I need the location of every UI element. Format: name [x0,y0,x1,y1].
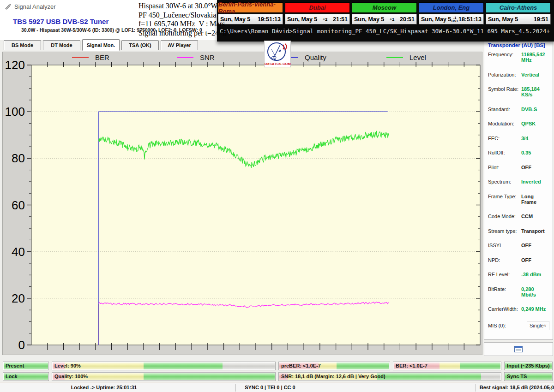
transponder-label: FEC: [488,136,521,141]
satellite-dish-icon [5,3,12,10]
dst-offset: -1DST [452,16,458,23]
transponder-label: Modulation: [488,121,521,126]
clock-date: Sun, May 5 [287,16,317,23]
transponder-value: OFF [521,243,531,248]
svg-text:40: 40 [12,245,25,259]
legend-label: Quality [305,53,326,61]
clock-utc-offset: -1DST [451,16,458,23]
transponder-row: Standard:DVB-S [488,107,549,112]
chevron-down-icon: ∨ [544,323,547,328]
svg-text:60: 60 [12,198,25,212]
mis-value: Single [530,323,544,328]
tab-signal-mon-[interactable]: Signal Mon. [82,39,120,51]
clock-city-label: Cairo-Athens [486,2,551,13]
signal-chart: 020406080100120 [3,52,483,356]
transponder-value: -38 dBm [521,272,541,277]
clock-hms: 20:51 [400,16,415,23]
meter-preber: preBER: <1.0E-7 [278,362,390,370]
clock-cell: MoscowSun, May 5+120:51 [352,2,417,24]
annotation-line-1: Hispasat 30W-6 at 30.0°W [138,1,227,11]
transponder-value: QPSK [521,121,536,126]
transponder-value: 0.35 [521,150,531,155]
transponder-row: RF Level:-38 dBm [488,272,549,277]
transponder-value: Transport [521,228,545,234]
transport-stream-button[interactable] [484,342,553,356]
clock-hms: 19:51 [534,16,548,23]
annotation-block: Hispasat 30W-6 at 30.0°W PF 450_Lučenec/… [138,1,227,37]
transponder-label: Frame Type: [488,194,521,205]
statusbar-item: Best signal: 18,5 dB (2024-05-05 17:26) [480,385,554,390]
legend-swatch [177,57,193,58]
dxsatcs-logo-graphic [265,41,290,62]
clock-time-row: Sun, May 5+221:51 [285,14,350,24]
meter-present: Present [3,362,49,370]
transponder-value: DVB-S [521,107,537,112]
mode-tabs: BS ModeDT ModeSignal Mon.TSA (OK)AV Play… [4,40,198,51]
transponder-row: Modulation:QPSK [488,121,549,126]
svg-text:20: 20 [12,291,25,305]
transponder-label: BitRate: [488,286,521,297]
legend-item-ber: BER [72,53,177,61]
transponder-row: Frame Type:Long Frame [488,194,549,205]
dxsatcs-logo-text: DXSATCS.COM [265,62,290,66]
transponder-label: NPD: [488,257,521,263]
tab-dt-mode[interactable]: DT Mode [43,40,80,50]
transponder-value: OFF [521,257,531,263]
transponder-title: Transponder (AU) [BS] [488,42,549,48]
meter-snr: SNR: 18,1 dB (Margin: 12,6 dB | Very Goo… [278,372,501,381]
transponder-label: Symbol Rate: [488,86,521,97]
clock-city-label: Dubai [285,2,350,13]
world-clocks: Berlin-Paris-Vienna-RomaSun, May 519:51:… [218,2,553,24]
transponder-value: 11695,542 MHz [521,52,549,63]
svg-text:0: 0 [18,338,25,352]
statusbar-divider [235,384,236,392]
console-command-line: C:\Users\Roman Dávid>Signal monitoring_P… [220,28,550,35]
statusbar-divider [476,384,476,392]
divider-line [0,382,554,382]
meter-input-235-kbps-: Input (~235 Kbps) [504,362,553,370]
clock-cell: Cairo-AthensSun, May 519:51 [486,2,551,24]
statusbar-item: SYNC 0 | TEI 0 | CC 0 [245,385,295,390]
transponder-row: Spectrum:Inverted [488,179,549,184]
tuner-name: TBS 5927 USB DVB-S2 Tuner [13,18,108,25]
transponder-label: Code Mode: [488,214,521,219]
clock-date: Sun, May 5 [354,16,384,23]
clock-hms: 21:51 [333,16,348,23]
meter-sync-ts: Sync TS [504,372,553,381]
transponder-value: Vertical [521,72,539,77]
transponder-value: Long Frame [521,194,549,205]
transponder-label: CarrierWidth: [488,306,521,312]
clock-city-label: Moscow [352,2,417,13]
transponder-value: 3/4 [521,136,528,141]
transponder-label: Frequency: [488,52,521,63]
offset-note: DST [452,19,458,23]
transponder-row: BitRate:0,280 Mbit/s [488,286,549,297]
meter-ber: BER: <1.0E-7 [393,362,501,370]
transponder-value: OFF [521,165,531,170]
tab-bs-mode[interactable]: BS Mode [4,40,41,50]
clock-date: Sun, May 5 [421,16,451,23]
legend-item-level: Level [386,53,491,61]
tab-tsa-ok-[interactable]: TSA (OK) [121,40,159,50]
ts-list-icon [514,346,523,352]
mis-label: MIS (0): [488,323,521,328]
transponder-label: Polarization: [488,72,521,77]
transponder-value: 0,249 MHz [521,306,546,312]
svg-text:100: 100 [5,105,25,119]
legend-label: SNR [200,53,215,61]
clock-utc-offset: +1 [384,18,400,21]
tab-av-player[interactable]: AV Player [161,40,198,50]
window-title: Signal Analyzer [14,3,56,10]
dxsatcs-logo: DXSATCS.COM [264,41,291,67]
svg-text:80: 80 [12,151,25,165]
transponder-row: Pilot:OFF [488,165,549,170]
transponder-row: NPD:OFF [488,257,549,263]
legend-swatch [386,57,403,58]
signal-analyzer-window: Signal Analyzer TBS 5927 USB DVB-S2 Tune… [0,0,554,392]
clock-city-label: Berlin-Paris-Vienna-Roma [218,2,283,13]
clock-utc-offset: +2 [317,18,333,21]
annotation-line-4: Signal monitoring per t=24+h [138,29,227,38]
transponder-row: Polarization:Vertical [488,72,549,77]
transponder-row: Frequency:11695,542 MHz [488,52,549,63]
mis-dropdown[interactable]: Single∨ [527,321,549,330]
